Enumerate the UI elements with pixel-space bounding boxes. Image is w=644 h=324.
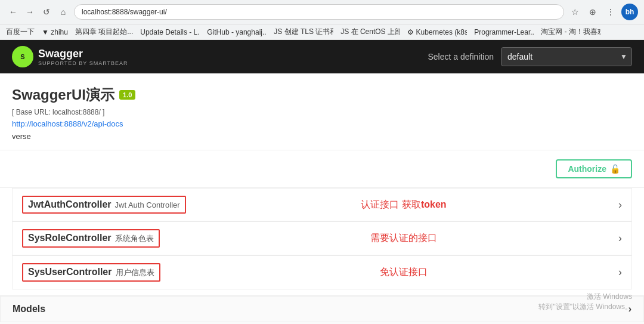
swagger-brand-name: Swagger [38, 48, 128, 60]
models-expand-icon: › [628, 304, 631, 314]
swagger-logo-icon: S [12, 46, 33, 67]
main-content: SwaggerUI演示 1.0 [ Base URL: localhost:88… [0, 73, 644, 322]
definition-label: Select a definition [428, 52, 494, 61]
chevron-right-icon-sysuser: › [618, 266, 622, 279]
definition-select-wrapper: default ▼ [501, 47, 632, 66]
authorize-button[interactable]: Authorize 🔓 [556, 159, 632, 178]
annotation-highlight-jwt: token [421, 199, 447, 209]
lock-icon: 🔓 [610, 164, 620, 174]
bookmark-update[interactable]: Update Details - L... [140, 28, 200, 36]
controller-row-jwt[interactable]: JwtAuthController Jwt Auth Controller 认证… [12, 188, 632, 221]
bookmarks-bar: 百度一下 ▼ zhihu 第四章 项目起始... Update Details … [0, 24, 644, 40]
user-avatar[interactable]: bh [621, 4, 638, 20]
swagger-definition-area: Select a definition default ▼ [428, 47, 632, 66]
bookmark-centos[interactable]: JS 在 CentOS 上部署... [340, 27, 400, 37]
controller-desc-sysrole: 系统角色表 [115, 233, 154, 244]
controller-box-sysuser: SysUserController 用户信息表 [22, 263, 160, 282]
annotation-text-sysrole: 需要认证的接口 [370, 233, 437, 243]
controller-name-sysrole: SysRoleController [28, 233, 112, 243]
chevron-right-icon-jwt: › [618, 199, 622, 211]
menu-button[interactable]: ⋮ [603, 5, 618, 19]
home-button[interactable]: ⌂ [56, 5, 70, 19]
chevron-right-icon-sysrole: › [618, 232, 622, 245]
controller-annotation-sysuser: 免认证接口 [189, 266, 618, 279]
controller-left-sysuser: SysUserController 用户信息表 [22, 263, 189, 282]
bookmark-chapter4[interactable]: 第四章 项目起始... [75, 27, 133, 37]
models-label: Models [13, 304, 45, 314]
address-text: localhost:8888/swagger-ui/ [82, 8, 167, 16]
controller-row-sysuser[interactable]: SysUserController 用户信息表 免认证接口 › [12, 255, 632, 289]
api-docs-link[interactable]: http://localhost:8888/v2/api-docs [12, 119, 123, 128]
api-title: SwaggerUI演示 [12, 85, 114, 104]
controller-box-jwt: JwtAuthController Jwt Auth Controller [22, 196, 186, 214]
authorize-area: Authorize 🔓 [0, 150, 644, 188]
controller-desc-sysuser: 用户信息表 [116, 267, 154, 278]
forward-button[interactable]: → [23, 5, 37, 19]
swagger-brand-sub: SUPPORTED BY SMARTBEAR [38, 60, 128, 66]
swagger-brand: Swagger SUPPORTED BY SMARTBEAR [38, 48, 128, 66]
bookmark-baidu[interactable]: 百度一下 [6, 27, 35, 37]
api-scheme: verse [12, 132, 632, 141]
bookmark-taobao[interactable]: 淘宝网 - 淘！我喜欢 [541, 27, 600, 37]
bookmark-k8s[interactable]: ⚙ Kubernetes (k8s... [407, 28, 467, 36]
bookmark-zhihu[interactable]: ▼ zhihu [42, 28, 68, 36]
controller-name-sysuser: SysUserController [28, 267, 112, 277]
annotation-text-sysuser: 免认证接口 [380, 267, 428, 277]
bookmark-tls[interactable]: JS 创建 TLS 证书和密... [274, 27, 333, 37]
controller-box-sysrole: SysRoleController 系统角色表 [22, 229, 160, 248]
api-title-row: SwaggerUI演示 1.0 [12, 85, 632, 104]
swagger-logo: S Swagger SUPPORTED BY SMARTBEAR [12, 46, 128, 67]
controller-left-sysrole: SysRoleController 系统角色表 [22, 229, 189, 248]
authorize-label: Authorize [568, 164, 606, 174]
controller-desc-jwt: Jwt Auth Controller [115, 200, 180, 209]
controller-name-jwt: JwtAuthController [28, 199, 112, 210]
bookmark-github[interactable]: GitHub - yanghaij... [207, 28, 267, 36]
controller-annotation-jwt: 认证接口 获取token [189, 199, 618, 211]
controller-annotation-sysrole: 需要认证的接口 [189, 232, 618, 245]
annotation-prefix-jwt: 认证接口 获取 [361, 199, 420, 209]
swagger-header: S Swagger SUPPORTED BY SMARTBEAR Select … [0, 40, 644, 73]
controllers-list: JwtAuthController Jwt Auth Controller 认证… [0, 188, 644, 289]
browser-nav: ← → ↺ ⌂ [6, 5, 70, 19]
address-bar[interactable]: localhost:8888/swagger-ui/ [74, 4, 564, 20]
back-button[interactable]: ← [6, 5, 20, 19]
controller-left-jwt: JwtAuthController Jwt Auth Controller [22, 196, 189, 214]
favorites-button[interactable]: ☆ [568, 5, 582, 19]
browser-bar: ← → ↺ ⌂ localhost:8888/swagger-ui/ ☆ ⊕ ⋮… [0, 0, 644, 24]
bookmark-programmer[interactable]: Programmer-Lear... [474, 28, 534, 36]
api-version-badge: 1.0 [119, 90, 135, 100]
models-header[interactable]: Models › [0, 296, 644, 322]
api-info: SwaggerUI演示 1.0 [ Base URL: localhost:88… [0, 73, 644, 150]
refresh-button[interactable]: ↺ [39, 5, 54, 19]
extensions-button[interactable]: ⊕ [586, 5, 600, 19]
api-base-url: [ Base URL: localhost:8888/ ] [12, 108, 632, 116]
controller-row-sysrole[interactable]: SysRoleController 系统角色表 需要认证的接口 › [12, 221, 632, 255]
models-section: Models › [0, 295, 644, 322]
definition-select[interactable]: default [501, 47, 632, 66]
